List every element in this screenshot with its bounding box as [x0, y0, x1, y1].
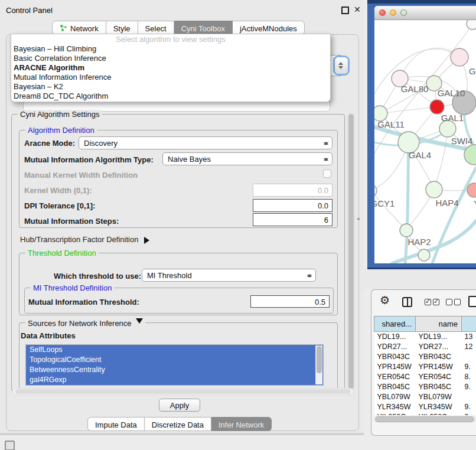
tab-label: Select [145, 24, 167, 33]
tab-select[interactable]: Select [138, 21, 174, 35]
float-window-icon[interactable] [341, 6, 349, 14]
splitter-handle[interactable]: ◂ [357, 216, 360, 221]
network-icon [60, 24, 67, 34]
node-label: SWI4 [451, 136, 473, 146]
focused-stepper-button[interactable] [335, 57, 348, 74]
list-item[interactable]: TopologicalCoefficient [26, 355, 323, 365]
table-horizontal-scrollbar[interactable] [373, 415, 476, 423]
group-title: Threshold Definition [25, 249, 99, 257]
tab-network[interactable]: Network [52, 21, 106, 35]
mac-zoom-icon[interactable] [400, 9, 407, 16]
network-labels: GAL GAL80 GAL10 GAL1 GAL11 SWI4 GAL4 GCY… [374, 66, 476, 247]
list-scrollbar[interactable] [315, 345, 322, 384]
algorithm-option[interactable]: Mutual Information Inference [11, 73, 330, 82]
algorithm-option[interactable]: Bayesian – Hill Climbing [11, 44, 330, 54]
scrollbar-thumb[interactable] [317, 346, 322, 373]
settings-vertical-scrollbar[interactable] [347, 113, 355, 392]
list-item[interactable]: SelfLoops [26, 345, 323, 355]
column-header-cut[interactable] [462, 317, 476, 332]
node-bottom[interactable] [418, 249, 430, 261]
algorithm-option-selected[interactable]: ARACNE Algorithm [11, 63, 330, 73]
mac-minimize-icon[interactable] [390, 9, 396, 16]
network-canvas[interactable]: GAL GAL80 GAL10 GAL1 GAL11 SWI4 GAL4 GCY… [374, 20, 476, 263]
tab-label: Infer Network [219, 420, 264, 429]
list-item[interactable]: gal4RGexp [26, 375, 323, 385]
node-label: GAL80 [401, 84, 429, 94]
aracne-mode-select[interactable]: Discovery [79, 136, 332, 149]
node-gal1[interactable] [430, 100, 444, 114]
node-hap4[interactable] [426, 181, 442, 198]
scrollbar-thumb[interactable] [348, 114, 354, 389]
table-row[interactable]: YDL19...YDL19...13 [374, 332, 476, 342]
select-all-columns-icon[interactable] [425, 299, 439, 305]
node-label: GAL10 [438, 88, 465, 98]
split-columns-icon[interactable] [402, 297, 412, 307]
aracne-mode-label: Aracne Mode: [24, 139, 75, 148]
hub-definition-expander[interactable]: Hub/Transcription Factor Definition [20, 235, 153, 244]
algorithm-option[interactable]: Dream8 DC_TDC Algorithm [11, 92, 330, 101]
tab-cyni-toolbox[interactable]: Cyni Toolbox [174, 21, 233, 35]
node[interactable] [467, 20, 476, 30]
node-label: GAL1 [441, 113, 464, 123]
dpi-tolerance-label: DPI Tolerance [0,1]: [24, 201, 95, 210]
node-gcy1[interactable] [374, 185, 377, 197]
sources-expander[interactable]: Sources for Network Inference [25, 318, 145, 328]
table-row[interactable]: YBL079WYBL079W [374, 392, 476, 402]
data-attributes-label: Data Attributes [21, 331, 76, 340]
manual-kernel-width-checkbox[interactable] [323, 169, 331, 178]
which-threshold-select[interactable]: MI Threshold [142, 269, 316, 282]
cyni-bottom-tabs: Impute Data Discretize Data Infer Networ… [87, 417, 272, 431]
hub-definition-label: Hub/Transcription Factor Definition [20, 235, 138, 244]
algorithm-option[interactable]: Basic Correlation Inference [11, 54, 330, 63]
node-gal-partial[interactable] [451, 48, 468, 66]
node-label: HAP4 [435, 198, 458, 208]
mi-threshold-field[interactable]: 0.5 [250, 295, 330, 308]
control-panel-title: Control Panel [6, 6, 53, 15]
list-item[interactable]: BetweennessCentrality [26, 365, 323, 375]
node-label: GAL [469, 66, 476, 76]
network-window-titlebar[interactable] [374, 6, 476, 20]
tab-style[interactable]: Style [106, 21, 138, 35]
network-view-window[interactable]: GAL GAL80 GAL10 GAL1 GAL11 SWI4 GAL4 GCY… [367, 4, 476, 269]
collapse-arrow-icon [136, 318, 143, 327]
kernel-width-field[interactable]: 0.0 [253, 184, 332, 197]
node-swi4[interactable] [439, 120, 456, 137]
mi-steps-field[interactable]: 6 [253, 213, 332, 226]
tab-infer-network[interactable]: Infer Network [211, 417, 272, 431]
deselect-all-columns-icon[interactable] [446, 299, 461, 305]
algorithm-definition-group: Algorithm Definition Aracne Mode: Discov… [19, 130, 338, 228]
node-hap2[interactable] [400, 224, 413, 237]
settings-horizontal-scrollbar[interactable] [12, 388, 354, 395]
tab-jactivemnodules[interactable]: jActiveMNodules [233, 21, 305, 35]
table-row[interactable]: YBR045CYBR045C9. [374, 382, 476, 392]
dpi-tolerance-field[interactable]: 0.0 [253, 199, 332, 212]
close-icon[interactable]: ✕ [354, 6, 361, 14]
tab-impute-data[interactable]: Impute Data [87, 417, 145, 431]
table-row[interactable]: YDR27...YDR27...12 [374, 342, 476, 352]
tab-discretize-data[interactable]: Discretize Data [145, 417, 211, 431]
export-table-icon[interactable] [468, 296, 476, 307]
data-attributes-list[interactable]: SelfLoops TopologicalCoefficient Between… [25, 344, 324, 386]
table-row[interactable]: YBR043CYBR043C [374, 352, 476, 362]
minimized-panel-icon[interactable] [5, 441, 15, 450]
node-label: GCY1 [374, 198, 395, 208]
table-row[interactable]: YPR145WYPR145W9. [374, 362, 476, 372]
tab-label: Impute Data [95, 420, 137, 429]
gear-icon[interactable]: ⚙ [380, 294, 390, 307]
mac-close-icon[interactable] [379, 9, 386, 16]
group-title: Algorithm Definition [25, 126, 97, 135]
table-panel-header: Table Panel [364, 269, 476, 289]
apply-button[interactable]: Apply [159, 399, 200, 412]
sources-group: Sources for Network Inference Data Attri… [19, 322, 338, 389]
table-row[interactable]: YLR345WYLR345W9. [374, 402, 476, 412]
scrollbar-thumb[interactable] [375, 416, 474, 422]
control-panel-window: Control Panel ✕ Network Style Select Cyn… [0, 0, 364, 435]
algorithm-option[interactable]: Bayesian – K2 [11, 82, 330, 92]
scrollbar-thumb[interactable] [15, 389, 351, 394]
table-row[interactable]: YER054CYER054C8. [374, 372, 476, 382]
column-header-shared[interactable]: shared... [374, 317, 416, 332]
mi-threshold-label: Mutual Information Threshold: [28, 298, 139, 306]
mi-algorithm-type-select[interactable]: Naive Bayes [162, 152, 332, 165]
column-header-name[interactable]: name [416, 317, 462, 332]
tab-label: Discretize Data [152, 420, 204, 429]
